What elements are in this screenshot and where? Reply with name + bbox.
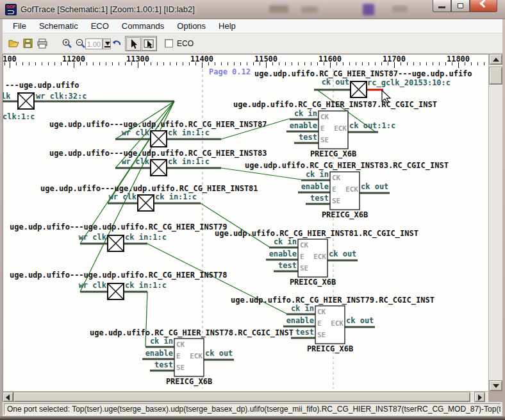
- pointer-icon: [127, 38, 140, 50]
- net-path-label: uge.udp.ufifo---uge.udp.ufifo.RC_CG_HIER…: [49, 149, 267, 158]
- pin-label-ck-in: ck in: [276, 110, 317, 118]
- cell-name: PREICG_X6B: [306, 345, 354, 353]
- instance-label: uge.udp.ufifo.RC_CG_HIER_INST79.RC_CGIC_…: [231, 296, 435, 305]
- cell-name: PREICG_X6B: [288, 278, 337, 287]
- undo-icon: [111, 38, 122, 49]
- schematic-canvas[interactable]: 100 11200 11300 11400 11500 11600 11700 …: [3, 54, 488, 391]
- port-label-wr-clk: wr clk: [111, 129, 149, 137]
- port-symbol-wrclk-inst78[interactable]: [108, 283, 124, 299]
- save-button[interactable]: [22, 38, 34, 49]
- scroll-left-button[interactable]: [3, 392, 13, 402]
- desktop-smudge: [392, 6, 408, 12]
- menu-schematic[interactable]: Schematic: [33, 20, 85, 32]
- scroll-right-button[interactable]: [474, 392, 485, 402]
- apply-zoom-icon: [105, 42, 110, 46]
- port-symbol-wrclk-inst79[interactable]: [108, 235, 124, 251]
- pin-label-ck-out: ck out: [361, 183, 388, 191]
- cell-pin-ck: CK: [300, 241, 308, 249]
- cell-pin-eck: ECK: [186, 352, 203, 360]
- port-symbol-wrclk-inst87[interactable]: [151, 131, 167, 147]
- port-symbol-wrclk-inst83[interactable]: [151, 160, 167, 176]
- net-path-label: uge.udp.ufifo---uge.udp.ufifo.RC_CG_HIER…: [10, 223, 228, 231]
- gof-logo-icon: GOF: [5, 4, 17, 15]
- cell-name: PREICG_X6B: [309, 150, 358, 158]
- trace-pointer-button[interactable]: [142, 37, 156, 51]
- pin-label-ck-in: ck in: [288, 171, 329, 179]
- cell-pin-e: E: [317, 319, 322, 328]
- cell-pin-se: SE: [320, 136, 329, 144]
- cell-pin-eck: ECK: [327, 319, 344, 328]
- menu-help[interactable]: Help: [212, 20, 242, 32]
- cell-pin-ck: CK: [176, 340, 185, 349]
- pin-label-ck-out: ck out: [205, 349, 233, 358]
- port-label-wr-clk: wr clk: [111, 158, 149, 166]
- menu-file[interactable]: File: [6, 20, 33, 32]
- vertical-scrollbar[interactable]: [488, 54, 502, 391]
- menu-commands[interactable]: Commands: [115, 20, 170, 32]
- undo-button[interactable]: [111, 38, 122, 49]
- port-label-ck-in: ck in:1:c: [125, 233, 167, 242]
- net-path-label: uge.udp.ufifo.RC_CG_HIER_INST87---uge.ud…: [254, 70, 472, 78]
- menu-eco[interactable]: ECO: [85, 20, 115, 32]
- instance-label: uge.udp.ufifo.RC_CG_HIER_INST81.RC_CGIC_…: [215, 230, 418, 238]
- status-message: One port selected: Top(tser).uge(tserge_…: [4, 403, 501, 415]
- status-bar: One port selected: Top(tser).uge(tserge_…: [3, 402, 502, 416]
- menu-bar: File Schematic ECO Commands Options Help: [3, 19, 502, 33]
- pin-label-test: test: [132, 361, 173, 369]
- open-file-button[interactable]: [8, 38, 20, 49]
- menu-options[interactable]: Options: [170, 20, 212, 32]
- pin-label-enable: enable: [273, 317, 314, 325]
- cell-pin-eck: ECK: [330, 124, 347, 133]
- net-path-label: uge.udp.ufifo---uge.udp.ufifo.RC_CG_HIER…: [49, 121, 267, 129]
- pin-label-test: test: [276, 133, 317, 142]
- maximize-button[interactable]: [451, 0, 470, 12]
- arrow-up-icon: [493, 58, 499, 62]
- port-symbol-wrclk-inst81[interactable]: [138, 195, 154, 211]
- port-symbol-clk-root[interactable]: [18, 93, 34, 109]
- pin-label-ck-in: ck in: [132, 337, 173, 346]
- scroll-up-button[interactable]: [489, 54, 502, 65]
- goftrace-window: GOF GofTrace [Schematic:1] [Zoom:1.00:1]…: [0, 0, 505, 420]
- horizontal-scroll-thumb[interactable]: [13, 392, 470, 402]
- scroll-down-button[interactable]: [489, 380, 502, 391]
- zoom-in-button[interactable]: [62, 38, 73, 49]
- cell-pin-eck: ECK: [310, 253, 326, 261]
- title-bar[interactable]: GOF GofTrace [Schematic:1] [Zoom:1.00:1]…: [0, 0, 505, 19]
- window-controls: [433, 0, 497, 12]
- minimize-button[interactable]: [433, 0, 451, 12]
- port-label-wr-clk: wr clk: [68, 281, 106, 290]
- instance-label: uge.udp.ufifo.RC_CG_HIER_INST83.RC_CGIC_…: [245, 162, 449, 170]
- arrow-right-icon: [478, 394, 482, 401]
- apply-zoom-button[interactable]: [103, 38, 111, 49]
- desktop-smudge: [269, 5, 288, 13]
- trace-pointer-icon: [142, 38, 156, 50]
- horizontal-scrollbar[interactable]: [3, 391, 488, 402]
- pin-label-enable: enable: [288, 183, 329, 191]
- pointer-mode-button[interactable]: [126, 37, 141, 51]
- window-title: GofTrace [Schematic:1] [Zoom:1.00:1] [ID…: [21, 4, 195, 14]
- port-label-wr-clk: wr clk: [68, 233, 106, 242]
- cell-name: PREICG_X6B: [320, 211, 369, 219]
- zoom-in-icon: [62, 38, 73, 49]
- pointer-mode-group: [125, 36, 157, 51]
- save-icon: [22, 38, 34, 49]
- cell-pin-e: E: [320, 124, 325, 133]
- close-button[interactable]: [470, 0, 497, 12]
- net-label-wr-clk: wr clk:32:c: [36, 92, 87, 101]
- page-label: Page 0.12: [209, 68, 251, 76]
- port-label-clk: lk: [3, 92, 10, 101]
- pin-label-enable: enable: [256, 250, 297, 258]
- net-label-rc-gclk: rc_gclk_20153:10:c: [367, 79, 451, 87]
- port-label-ck-out: ck out: [311, 78, 349, 87]
- pin-label-ck-in: ck in: [256, 238, 297, 246]
- cell-pin-se: SE: [332, 197, 340, 205]
- vertical-scroll-thumb[interactable]: [489, 67, 502, 85]
- open-file-icon: [8, 38, 20, 49]
- port-symbol-ckout-inst87[interactable]: [351, 81, 367, 97]
- print-button[interactable]: [37, 38, 48, 49]
- pin-label-ck-out: ck out: [329, 250, 356, 258]
- cell-pin-e: E: [300, 253, 304, 261]
- cell-pin-se: SE: [317, 331, 326, 339]
- eco-checkbox[interactable]: [165, 39, 173, 47]
- zoom-level-input[interactable]: [85, 38, 103, 49]
